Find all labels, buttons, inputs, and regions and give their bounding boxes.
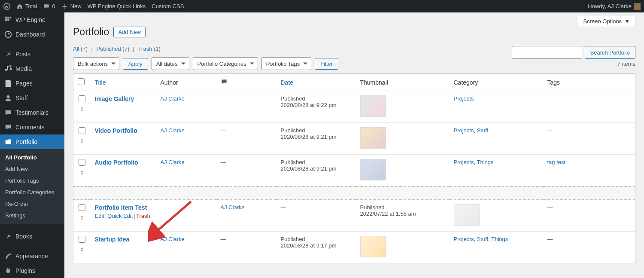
new-content-link[interactable]: New — [61, 3, 82, 10]
svg-rect-9 — [6, 80, 11, 86]
my-account[interactable]: Howdy, AJ Clarke — [588, 3, 641, 10]
edit-link[interactable]: Edit — [95, 213, 104, 219]
sidebar-item-pages[interactable]: Pages — [0, 76, 64, 91]
category-link[interactable]: Projects — [454, 159, 474, 165]
svg-point-10 — [6, 95, 9, 98]
category-link[interactable]: Projects — [454, 127, 474, 134]
author-link[interactable]: AJ Clarke — [161, 236, 185, 242]
category-link[interactable]: Projects — [454, 95, 474, 102]
trash-link[interactable]: Trash — [136, 213, 150, 219]
reorder-handle[interactable] — [79, 170, 85, 177]
submenu-add-new[interactable]: Add New — [0, 163, 64, 175]
row-checkbox[interactable] — [79, 95, 85, 102]
author-link[interactable]: AJ Clarke — [161, 127, 185, 134]
svg-point-12 — [9, 254, 11, 255]
col-category: Category — [450, 74, 543, 91]
row-checkbox[interactable] — [79, 236, 85, 243]
col-comments[interactable] — [216, 74, 276, 91]
add-new-button[interactable]: Add New — [113, 27, 146, 37]
reorder-handle[interactable] — [79, 215, 85, 222]
sidebar-item-comments[interactable]: Comments — [0, 120, 64, 134]
custom-css-link[interactable]: Custom CSS — [152, 3, 184, 9]
row-checkbox[interactable] — [79, 159, 85, 166]
author-link[interactable]: AJ Clarke — [221, 204, 245, 211]
filter-button[interactable]: Filter — [315, 58, 338, 70]
row-title-link[interactable]: Video Portfolio — [95, 127, 137, 134]
submenu-settings[interactable]: Settings — [0, 210, 64, 221]
category-link[interactable]: Things — [477, 159, 493, 165]
tag-filter-select[interactable]: Portfolio Tags — [261, 57, 312, 70]
submenu-portfolio-tags[interactable]: Portfolio Tags — [0, 175, 64, 186]
tag-link[interactable]: tag test — [547, 159, 566, 165]
select-all-checkbox[interactable] — [78, 78, 85, 85]
row-title-link[interactable]: Portfolio Item Test — [95, 204, 147, 211]
tags-cell: — — [543, 232, 635, 263]
date-filter-select[interactable]: All dates — [152, 57, 189, 70]
reorder-handle[interactable] — [79, 106, 85, 113]
row-title-link[interactable]: Image Gallery — [95, 95, 134, 102]
main-content: Screen Options ▼ Portfolio Add New All (… — [64, 12, 644, 278]
view-all[interactable]: All — [73, 46, 79, 52]
author-link[interactable]: AJ Clarke — [161, 95, 185, 102]
view-trash[interactable]: Trash — [138, 46, 152, 52]
reorder-handle[interactable] — [79, 138, 85, 145]
wpengine-quicklinks[interactable]: WP Engine Quick Links — [88, 3, 146, 9]
view-published[interactable]: Published — [97, 46, 121, 52]
submenu-all-portfolio[interactable]: All Portfolio — [0, 152, 64, 163]
category-link[interactable]: Things — [491, 236, 508, 242]
pin-icon — [4, 232, 12, 240]
comment-icon — [43, 3, 50, 10]
view-trash-count: (1) — [154, 46, 161, 52]
row-title-link[interactable]: Audio Portfolio — [95, 159, 138, 166]
comment-icon — [221, 79, 228, 86]
sidebar-item-posts[interactable]: Posts — [0, 47, 64, 61]
date-cell: Published2020/08/28 at 9:21 pm — [276, 155, 356, 187]
apply-button[interactable]: Apply — [123, 58, 148, 70]
row-checkbox[interactable] — [79, 127, 85, 134]
col-title[interactable]: Title — [95, 79, 106, 86]
sidebar-item-media[interactable]: Media — [0, 61, 64, 76]
reorder-handle[interactable] — [79, 247, 85, 254]
site-name-link[interactable]: Total — [16, 3, 37, 10]
media-icon — [4, 65, 12, 73]
sidebar-item-label: Appearance — [15, 253, 48, 260]
submenu-portfolio-categories[interactable]: Portfolio Categories — [0, 186, 64, 198]
category-link[interactable]: Projects — [454, 236, 474, 242]
row-checkbox[interactable] — [79, 204, 85, 211]
dashboard-icon — [4, 31, 12, 38]
testimonial-icon — [4, 109, 12, 116]
comments-cell: — — [216, 232, 276, 263]
sidebar-item-label: Books — [15, 233, 32, 240]
submenu-re-order[interactable]: Re-Order — [0, 198, 64, 210]
portfolio-icon — [4, 138, 12, 146]
search-button[interactable]: Search Portfolio — [585, 46, 636, 59]
category-filter-select[interactable]: Portfolio Categories — [193, 57, 258, 70]
sidebar-item-appearance[interactable]: Appearance — [0, 249, 64, 263]
search-input[interactable] — [512, 46, 582, 59]
sidebar-item-books[interactable]: Books — [0, 229, 64, 244]
thumbnail — [360, 95, 386, 117]
sidebar-item-staff[interactable]: Staff — [0, 91, 64, 105]
comments-link[interactable]: 0 — [43, 3, 55, 10]
sidebar-item-label: WP Engine — [15, 16, 46, 23]
sidebar-item-testimonials[interactable]: Testimonials — [0, 105, 64, 120]
col-date[interactable]: Date — [281, 79, 294, 86]
bulk-actions-select[interactable]: Bulk actions — [73, 57, 119, 70]
sidebar-item-portfolio[interactable]: Portfolio — [0, 134, 64, 149]
svg-rect-5 — [7, 19, 9, 21]
category-link[interactable]: Stuff — [477, 236, 489, 242]
sidebar-item-wp-engine[interactable]: WP Engine — [0, 12, 64, 27]
items-count: 7 items — [617, 61, 635, 67]
table-row: Image GalleryAJ Clarke—Published2020/08/… — [73, 91, 635, 123]
category-cell: Projects, Things — [450, 155, 543, 187]
wp-logo[interactable] — [3, 3, 10, 10]
quick-edit-link[interactable]: Quick Edit — [107, 213, 133, 219]
screen-options-toggle[interactable]: Screen Options ▼ — [578, 16, 635, 27]
row-title-link[interactable]: Startup Idea — [95, 236, 130, 243]
sidebar-item-dashboard[interactable]: Dashboard — [0, 27, 64, 42]
admin-bar: Total 0 New WP Engine Quick Links Custom… — [0, 0, 644, 12]
sidebar-item-plugins[interactable]: Plugins — [0, 263, 64, 278]
category-link[interactable]: Stuff — [477, 127, 489, 134]
author-link[interactable]: AJ Clarke — [161, 159, 185, 165]
thumbnail — [454, 204, 480, 226]
